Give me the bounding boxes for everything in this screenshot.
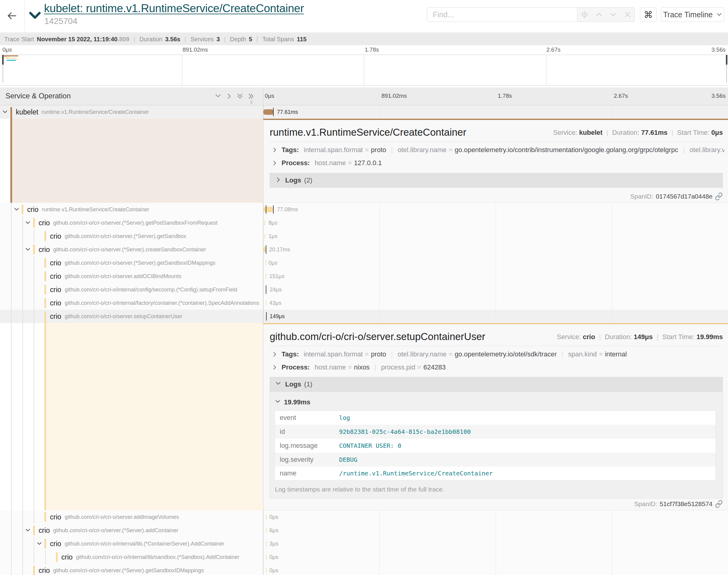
tag-kv: internal.span.format=proto (304, 350, 386, 358)
span-timeline-cell[interactable]: 0μs (263, 550, 728, 564)
span-row[interactable]: criogithub.com/cri-o/cri-o/internal/lib.… (0, 537, 728, 550)
span-collapse-chevron-down-icon[interactable] (25, 221, 30, 227)
process-label: Process: (282, 159, 310, 167)
span-timeline-cell[interactable]: 43μs (263, 296, 728, 310)
span-row[interactable]: kubeletruntime.v1.RuntimeService/CreateC… (0, 105, 728, 119)
minimap-span (9, 58, 16, 59)
expand-one-icon[interactable] (226, 93, 232, 99)
span-row[interactable]: criogithub.com/cri-o/cri-o/server.addOCI… (0, 270, 728, 283)
span-timeline-cell[interactable]: 149μs (263, 310, 728, 323)
minimap-canvas[interactable] (0, 55, 728, 86)
span-duration-bar[interactable] (266, 274, 266, 279)
span-timeline-cell[interactable]: 3μs (263, 537, 728, 550)
tags-accordion[interactable]: Tags:internal.span.format=proto|otel.lib… (272, 146, 724, 154)
span-row[interactable]: criogithub.com/cri-o/cri-o/server.(*Serv… (0, 243, 728, 256)
span-timeline-cell[interactable]: 77.61ms (263, 105, 728, 119)
process-accordion[interactable]: Process:host.name=127.0.0.1 (272, 159, 382, 167)
find-input[interactable] (427, 7, 577, 22)
span-duration-label: 77.08ms (277, 206, 298, 213)
tags-accordion[interactable]: Tags:internal.span.format=proto|otel.lib… (272, 350, 627, 358)
span-timeline-cell[interactable]: 1μs (263, 230, 728, 243)
span-duration-bar[interactable] (266, 528, 267, 533)
prev-result-chevron-up-icon[interactable] (592, 8, 606, 22)
span-duration-bar[interactable] (266, 514, 267, 520)
trace-view-selector-button[interactable]: Trace Timeline (661, 7, 724, 22)
trace-title-link[interactable]: kubelet: runtime.v1.RuntimeService/Creat… (44, 2, 304, 15)
span-row[interactable]: criogithub.com/cri-o/cri-o/internal/conf… (0, 283, 728, 296)
operation-name: github.com/cri-o/cri-o/server.addOCIBind… (65, 273, 181, 280)
logs-accordion-header[interactable]: Logs(1) (270, 377, 723, 392)
span-collapse-chevron-down-icon[interactable] (2, 110, 8, 116)
span-duration-label: 0μs (269, 554, 278, 561)
next-result-chevron-down-icon[interactable] (606, 8, 620, 22)
span-duration-bar[interactable] (266, 568, 267, 573)
chevron-right-icon (272, 364, 277, 371)
copy-link-icon[interactable] (715, 193, 723, 200)
span-timeline-cell[interactable]: 0μs (263, 510, 728, 524)
trace-collapse-chevron-icon[interactable] (29, 12, 41, 21)
timeline-gridline (496, 243, 496, 256)
span-duration-bar[interactable] (265, 220, 265, 226)
span-duration-bar[interactable] (266, 541, 267, 546)
span-row[interactable]: criogithub.com/cri-o/cri-o/internal/fact… (0, 296, 728, 310)
summary-separator: | (185, 36, 186, 43)
span-duration-bar[interactable] (265, 233, 265, 239)
tag-key: otel.library.name (398, 146, 446, 154)
span-row[interactable]: criogithub.com/cri-o/cri-o/internal/lib/… (0, 550, 728, 564)
process-accordion[interactable]: Process:host.name=nixos|process.pid=6242… (272, 363, 445, 371)
collapse-one-icon[interactable] (215, 93, 221, 99)
copy-link-icon[interactable] (715, 500, 723, 508)
timeline-gridline (496, 524, 496, 537)
span-collapse-chevron-down-icon[interactable] (25, 528, 30, 534)
span-timeline-cell[interactable]: 24μs (263, 283, 728, 296)
span-duration-bar[interactable] (263, 207, 273, 212)
span-row[interactable]: crioruntime.v1.RuntimeService/CreateCont… (0, 203, 728, 216)
expand-all-icon[interactable] (248, 93, 254, 99)
column-resizer-grip[interactable] (251, 100, 253, 104)
column-splitter[interactable] (263, 88, 263, 575)
span-row[interactable]: criogithub.com/cri-o/cri-o/server.(*Serv… (0, 564, 728, 575)
logs-accordion-header[interactable]: Logs(2) (270, 173, 723, 188)
span-timeline-cell[interactable]: 151μs (263, 270, 728, 283)
log-field-key: log.message (275, 439, 334, 453)
tags-label: Tags: (282, 350, 299, 358)
span-collapse-chevron-down-icon[interactable] (25, 247, 30, 253)
span-timeline-cell[interactable]: 8μs (263, 216, 728, 230)
span-row[interactable]: criogithub.com/cri-o/cri-o/server.setupC… (0, 310, 728, 323)
tree-guide-line (23, 216, 23, 230)
span-timeline-cell[interactable]: 77.08ms (263, 203, 728, 216)
span-timeline-cell[interactable]: 6μs (263, 524, 728, 537)
log-entry-header[interactable]: 19.99ms (275, 398, 310, 406)
tree-guide-line (34, 550, 34, 564)
span-collapse-chevron-down-icon[interactable] (37, 541, 42, 548)
tree-guide-line (11, 230, 11, 243)
minimap-scrubber-handle[interactable] (2, 55, 4, 65)
span-row[interactable]: criogithub.com/cri-o/cri-o/server.(*Serv… (0, 230, 728, 243)
span-row[interactable]: criogithub.com/cri-o/cri-o/server.addIma… (0, 510, 728, 524)
back-button[interactable] (0, 0, 25, 32)
operation-name: github.com/cri-o/cri-o/server.(*Server).… (65, 260, 215, 266)
span-detail-divider (270, 141, 723, 142)
span-timeline-cell[interactable]: 20.17ms (263, 243, 728, 256)
summary-item-label: Trace Start (4, 36, 34, 42)
span-duration-bar[interactable] (266, 260, 266, 266)
span-row[interactable]: criogithub.com/cri-o/cri-o/server.(*Serv… (0, 524, 728, 537)
keyboard-shortcuts-button[interactable]: ⌘ (640, 7, 657, 22)
span-timeline-cell[interactable]: 0μs (263, 564, 728, 575)
minimap-scrubber-handle[interactable] (726, 55, 727, 65)
span-duration-bar[interactable] (263, 109, 274, 115)
span-collapse-chevron-down-icon[interactable] (14, 207, 19, 213)
summary-item-value: 3.56s (165, 36, 180, 42)
timeline-gridline (263, 270, 264, 283)
tag-equals: = (449, 350, 453, 358)
trace-view-selector-label: Trace Timeline (663, 10, 713, 19)
clear-find-close-icon[interactable] (620, 8, 634, 22)
span-timeline-cell[interactable]: 0μs (263, 256, 728, 270)
target-icon[interactable] (577, 8, 592, 22)
span-duration-bar[interactable] (266, 554, 267, 560)
span-row[interactable]: criogithub.com/cri-o/cri-o/server.(*Serv… (0, 256, 728, 270)
span-detail-top-border (263, 323, 728, 324)
collapse-all-icon[interactable] (237, 93, 243, 99)
span-duration-bar[interactable] (266, 300, 267, 306)
span-row[interactable]: criogithub.com/cri-o/cri-o/server.(*Serv… (0, 216, 728, 230)
